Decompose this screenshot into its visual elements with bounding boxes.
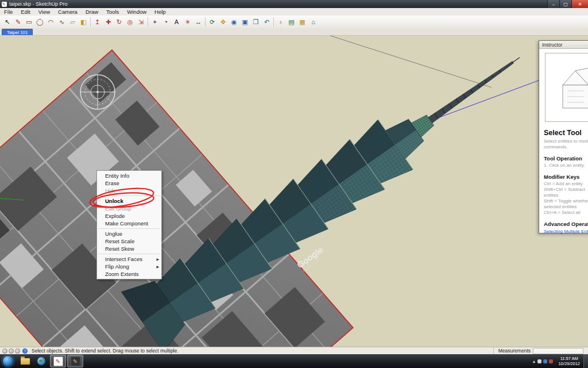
zoom-extents-tool-icon[interactable]: ❒	[250, 17, 261, 27]
context-menu-separator	[98, 228, 160, 229]
get-models-tool-icon[interactable]: ⌂	[308, 17, 319, 27]
folder-icon	[21, 358, 30, 365]
context-item-make-component[interactable]: Make Component	[97, 220, 161, 227]
move-tool-icon[interactable]: ✚	[103, 17, 114, 27]
tape-measure-tool-icon[interactable]: ⌖	[149, 17, 160, 27]
paint-bucket-tool-icon[interactable]: ◧	[78, 17, 89, 27]
context-item-zoom-extents[interactable]: Zoom Extents	[97, 270, 161, 278]
add-location-tool-icon[interactable]: ♁	[275, 17, 286, 27]
submenu-arrow-icon: ▶	[156, 256, 159, 263]
context-item-entity-info[interactable]: Entity Info	[97, 172, 161, 179]
sketchup-app-icon	[2, 2, 7, 7]
instructor-section-heading: Modifier Keys	[544, 174, 588, 180]
context-menu-separator	[98, 195, 160, 196]
menu-draw[interactable]: Draw	[82, 8, 102, 16]
start-button[interactable]	[2, 355, 14, 367]
taskbar-windows-explorer[interactable]	[18, 355, 33, 367]
submenu-arrow-icon: ▶	[156, 264, 159, 270]
context-menu-separator	[98, 254, 160, 254]
context-item-erase[interactable]: Erase	[97, 179, 161, 187]
toolbar-separator	[273, 17, 274, 26]
protractor-tool-icon[interactable]: ◔	[160, 17, 171, 27]
minimize-button[interactable]: –	[547, 0, 559, 8]
context-item-explode[interactable]: Explode	[97, 212, 161, 220]
orbit-tool-icon[interactable]: ⟳	[207, 17, 218, 27]
zoom-tool-icon[interactable]: ◉	[229, 17, 239, 27]
measurements-area: Measurements	[493, 347, 588, 354]
context-item-intersect-faces[interactable]: Intersect Faces ▶	[97, 255, 161, 263]
help-icon[interactable]: ?	[22, 348, 28, 354]
instructor-section-heading: Advanced Operations	[544, 221, 588, 227]
globe-icon	[37, 357, 45, 365]
tray-expand-icon[interactable]: ▲	[532, 359, 536, 363]
instructor-panel: Instructor Select Tool Select entities t…	[539, 40, 588, 233]
tray-network-icon[interactable]	[543, 359, 547, 363]
scene-tab-taipei-101[interactable]: Taipei 101	[2, 29, 33, 35]
geo-compass-icon	[80, 75, 115, 109]
line-tool-icon[interactable]: ✎	[13, 17, 24, 27]
system-tray: ▲ 11:57 AM 10/29/2012	[532, 356, 583, 366]
axes-tool-icon[interactable]: ✳	[182, 17, 193, 27]
modeling-viewport[interactable]: Google Image © 2012 Entity Info Erase Hi…	[0, 36, 588, 347]
status-orb-icon[interactable]	[15, 348, 20, 354]
menu-view[interactable]: View	[34, 8, 54, 16]
context-menu: Entity Info Erase Hide Unlock Edit Group…	[96, 170, 162, 279]
status-message: Select objects. Shift to extend select. …	[32, 348, 493, 354]
previous-view-tool-icon[interactable]: ↶	[261, 17, 272, 27]
dimension-tool-icon[interactable]: ↔	[193, 17, 204, 27]
menu-edit[interactable]: Edit	[17, 8, 34, 16]
instructor-illustration	[545, 53, 588, 122]
context-item-unlock[interactable]: Unlock	[97, 197, 161, 205]
scale-tool-icon[interactable]: ⇲	[136, 17, 146, 27]
instructor-line: Ctrl = Add an entity	[544, 181, 588, 187]
clock-time: 11:57 AM	[558, 356, 580, 361]
instructor-heading: Select Tool	[544, 129, 588, 137]
select-tool-icon[interactable]: ↖	[2, 17, 13, 27]
context-item-flip-along[interactable]: Flip Along ▶	[97, 263, 161, 270]
toolbar-separator	[148, 17, 148, 26]
taskbar-clock[interactable]: 11:57 AM 10/29/2012	[555, 356, 583, 366]
circle-tool-icon[interactable]: ◯	[34, 17, 45, 27]
menu-tools[interactable]: Tools	[102, 8, 123, 16]
show-desktop-button[interactable]	[583, 354, 588, 368]
photo-textures-tool-icon[interactable]: ▦	[297, 17, 308, 27]
close-button[interactable]: ✕	[571, 0, 588, 8]
viewport-scene[interactable]: Google Image © 2012	[0, 36, 588, 347]
menubar: File Edit View Camera Draw Tools Window …	[0, 8, 588, 16]
taskbar-sketchup[interactable]	[50, 355, 66, 367]
menu-window[interactable]: Window	[123, 8, 150, 16]
text-tool-icon[interactable]: A	[171, 17, 182, 27]
eraser-tool-icon[interactable]: ▱	[67, 17, 78, 27]
maximize-button[interactable]: ▢	[559, 0, 571, 8]
pan-tool-icon[interactable]: ✥	[218, 17, 229, 27]
offset-tool-icon[interactable]: ◎	[125, 17, 136, 27]
taskbar-google-earth[interactable]	[34, 355, 49, 367]
tray-volume-icon[interactable]	[549, 359, 553, 363]
instructor-title[interactable]: Instructor	[539, 41, 588, 49]
status-orb-icon[interactable]	[2, 348, 7, 354]
tray-status-icon[interactable]	[537, 359, 541, 363]
freehand-tool-icon[interactable]: ∿	[56, 17, 67, 27]
window-controls: – ▢ ✕	[547, 0, 588, 8]
push-pull-tool-icon[interactable]: ↥	[92, 17, 103, 27]
instructor-line: Shift = Toggle whether	[544, 198, 588, 204]
toggle-terrain-tool-icon[interactable]: ▤	[286, 17, 297, 27]
taskbar-sketchup-model[interactable]	[67, 355, 83, 367]
menu-file[interactable]: File	[0, 8, 17, 16]
context-item-reset-skew[interactable]: Reset Skew	[97, 245, 161, 252]
context-item-unglue[interactable]: Unglue	[97, 230, 161, 237]
toolbar-separator	[90, 17, 91, 26]
rotate-tool-icon[interactable]: ↻	[114, 17, 125, 27]
context-item-label: Flip Along	[105, 263, 129, 270]
menu-camera[interactable]: Camera	[54, 8, 82, 16]
zoom-window-tool-icon[interactable]: ▣	[239, 17, 250, 27]
sketchup-dark-pencil-icon	[71, 356, 80, 366]
arc-tool-icon[interactable]: ◠	[45, 17, 56, 27]
context-item-reset-scale[interactable]: Reset Scale	[97, 237, 161, 245]
menu-help[interactable]: Help	[150, 8, 170, 16]
status-orb-icon[interactable]	[9, 348, 14, 354]
instructor-link[interactable]: Selecting Multiple Entities	[544, 229, 588, 234]
measurements-input[interactable]	[533, 348, 583, 354]
context-item-label: Intersect Faces	[105, 256, 142, 262]
rectangle-tool-icon[interactable]: ▭	[24, 17, 34, 27]
